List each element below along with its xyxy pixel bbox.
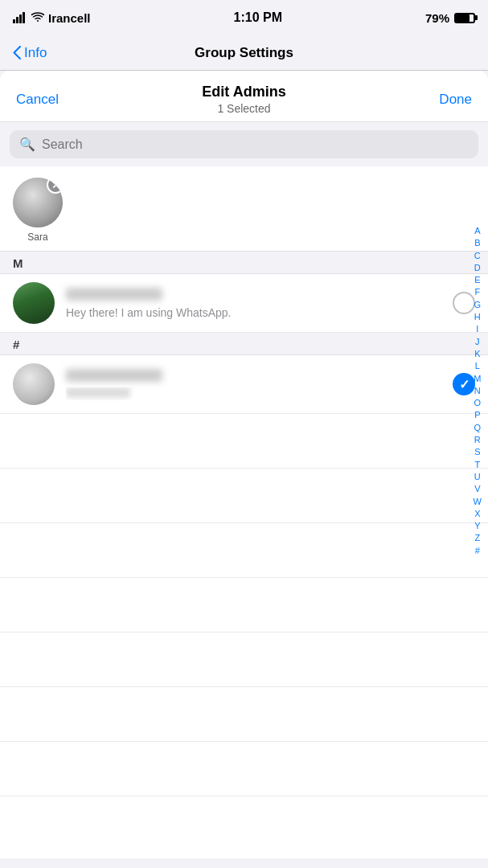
svg-rect-3 <box>23 12 25 23</box>
alpha-T[interactable]: T <box>471 459 483 470</box>
alpha-hash[interactable]: # <box>472 545 483 556</box>
empty-row-1 <box>0 414 488 469</box>
empty-row-6 <box>0 687 488 742</box>
behind-nav-title: Group Settings <box>195 45 293 61</box>
wifi-icon <box>31 12 44 23</box>
cancel-button[interactable]: Cancel <box>16 88 64 111</box>
behind-nav-bar: Info Group Settings <box>0 35 488 71</box>
name-blur-h1 <box>66 369 162 382</box>
status-battery: 79% <box>425 11 475 25</box>
back-button[interactable]: Info <box>13 45 47 61</box>
status-bar: Irancell 1:10 PM 79% <box>0 0 488 35</box>
avatar-gray <box>13 363 55 405</box>
contact-name-m1 <box>66 288 441 304</box>
modal-subtitle: 1 Selected <box>64 102 424 115</box>
selected-avatar-name: Sara <box>27 231 47 243</box>
alpha-P[interactable]: P <box>471 409 483 420</box>
search-bar[interactable]: 🔍 <box>10 130 478 158</box>
empty-row-4 <box>0 578 488 633</box>
done-button[interactable]: Done <box>424 88 472 111</box>
selected-avatar: ✕ <box>13 178 63 227</box>
alphabet-index[interactable]: A B C D E F G H I J K L M N O P Q R S T … <box>470 225 485 556</box>
alpha-Y[interactable]: Y <box>471 520 483 531</box>
alpha-F[interactable]: F <box>471 286 483 297</box>
alpha-V[interactable]: V <box>471 483 483 494</box>
alpha-R[interactable]: R <box>471 434 484 445</box>
alpha-L[interactable]: L <box>472 360 483 371</box>
search-input[interactable] <box>42 137 469 152</box>
alpha-S[interactable]: S <box>471 446 483 457</box>
carrier-name: Irancell <box>48 11 91 25</box>
contact-name-h1 <box>66 369 441 385</box>
battery-percent: 79% <box>425 11 449 25</box>
selected-contacts-row: ✕ Sara <box>0 166 488 252</box>
chevron-back-icon <box>13 46 21 59</box>
alpha-D[interactable]: D <box>471 262 484 273</box>
status-carrier: Irancell <box>13 11 91 25</box>
alpha-I[interactable]: I <box>473 323 482 334</box>
name-blur-m1 <box>66 288 162 301</box>
remove-badge[interactable]: ✕ <box>47 178 63 194</box>
search-icon: 🔍 <box>19 137 35 152</box>
search-bar-container: 🔍 <box>0 122 488 166</box>
alpha-B[interactable]: B <box>471 237 483 248</box>
section-header-m: M <box>0 252 488 274</box>
contact-item-m1[interactable]: Hey there! I am using WhatsApp. <box>0 274 488 333</box>
contact-info-h1 <box>66 369 441 400</box>
alpha-G[interactable]: G <box>471 299 485 310</box>
status-time: 1:10 PM <box>234 10 282 25</box>
empty-row-2 <box>0 469 488 523</box>
modal-header: Cancel Edit Admins 1 Selected Done <box>0 71 488 122</box>
svg-rect-0 <box>13 19 15 23</box>
alpha-N[interactable]: N <box>471 385 484 396</box>
back-label: Info <box>24 45 47 61</box>
alpha-Z[interactable]: Z <box>471 532 483 543</box>
contact-item-h1[interactable]: ✓ <box>0 355 488 414</box>
empty-row-3 <box>0 523 488 578</box>
alpha-H[interactable]: H <box>471 311 484 322</box>
signal-icon <box>13 12 27 23</box>
status-blur-h1 <box>66 387 130 398</box>
section-header-hash: # <box>0 333 488 355</box>
selected-contact-sara[interactable]: ✕ Sara <box>13 178 63 243</box>
alpha-W[interactable]: W <box>470 496 485 507</box>
alpha-A[interactable]: A <box>471 225 483 236</box>
alpha-M[interactable]: M <box>470 373 484 384</box>
contact-status-m1: Hey there! I am using WhatsApp. <box>66 306 441 319</box>
svg-rect-2 <box>19 14 22 23</box>
modal-title-block: Edit Admins 1 Selected <box>64 84 424 115</box>
alpha-E[interactable]: E <box>471 274 483 285</box>
battery-icon <box>454 13 475 23</box>
modal-title: Edit Admins <box>64 84 424 100</box>
checkmark-icon: ✓ <box>459 377 470 392</box>
empty-row-7 <box>0 742 488 796</box>
contact-avatar-m1 <box>13 282 55 324</box>
svg-rect-1 <box>16 17 18 23</box>
contact-info-m1: Hey there! I am using WhatsApp. <box>66 288 441 319</box>
contact-status-h1 <box>66 387 441 400</box>
alpha-J[interactable]: J <box>472 336 483 347</box>
avatar-green <box>13 282 55 324</box>
contact-avatar-h1 <box>13 363 55 405</box>
alpha-O[interactable]: O <box>471 397 485 408</box>
alpha-X[interactable]: X <box>471 508 483 519</box>
modal-sheet: Cancel Edit Admins 1 Selected Done 🔍 ✕ S… <box>0 71 488 858</box>
alpha-U[interactable]: U <box>471 471 484 482</box>
alpha-C[interactable]: C <box>471 250 484 261</box>
empty-row-5 <box>0 633 488 687</box>
alpha-Q[interactable]: Q <box>471 422 485 433</box>
alpha-K[interactable]: K <box>471 348 483 359</box>
